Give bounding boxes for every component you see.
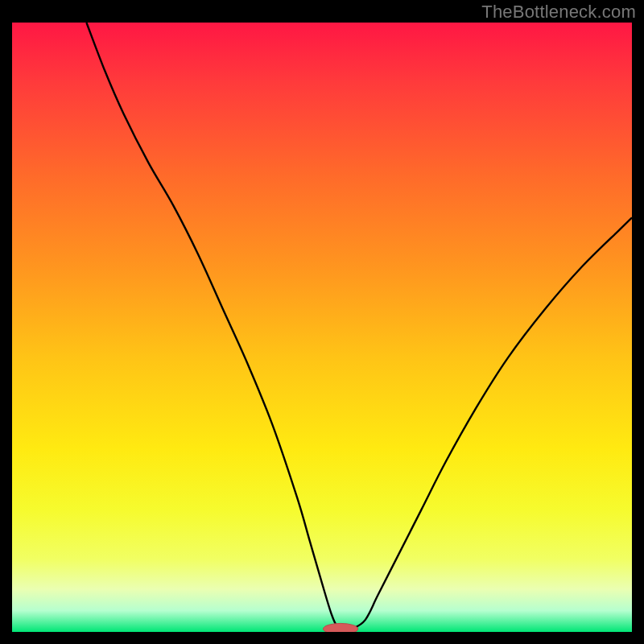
bottleneck-chart bbox=[12, 23, 632, 632]
chart-frame: TheBottleneck.com bbox=[0, 0, 644, 644]
gradient-background bbox=[12, 23, 632, 632]
optimal-marker bbox=[324, 623, 358, 632]
plot-area bbox=[12, 23, 632, 632]
watermark-text: TheBottleneck.com bbox=[481, 2, 636, 23]
